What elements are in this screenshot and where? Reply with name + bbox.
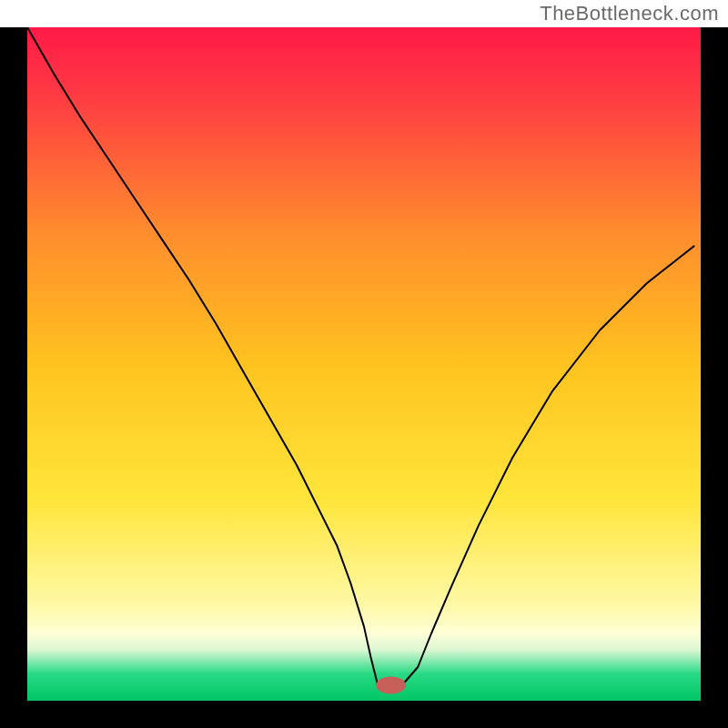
chart-plot-area [27,27,701,701]
watermark-text: TheBottleneck.com [540,2,719,25]
optimal-marker [376,676,406,693]
bottleneck-chart [0,27,728,728]
chart-container [0,27,728,728]
